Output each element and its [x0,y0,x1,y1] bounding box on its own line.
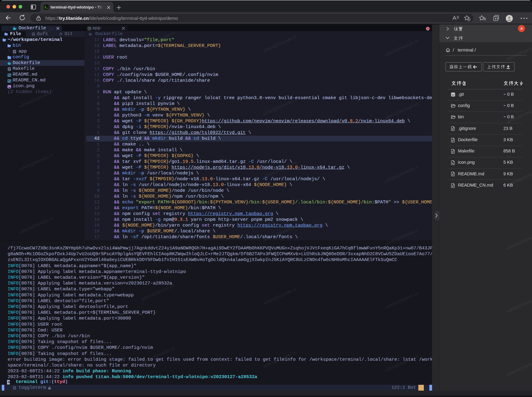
svg-text:git: git [452,94,454,95]
